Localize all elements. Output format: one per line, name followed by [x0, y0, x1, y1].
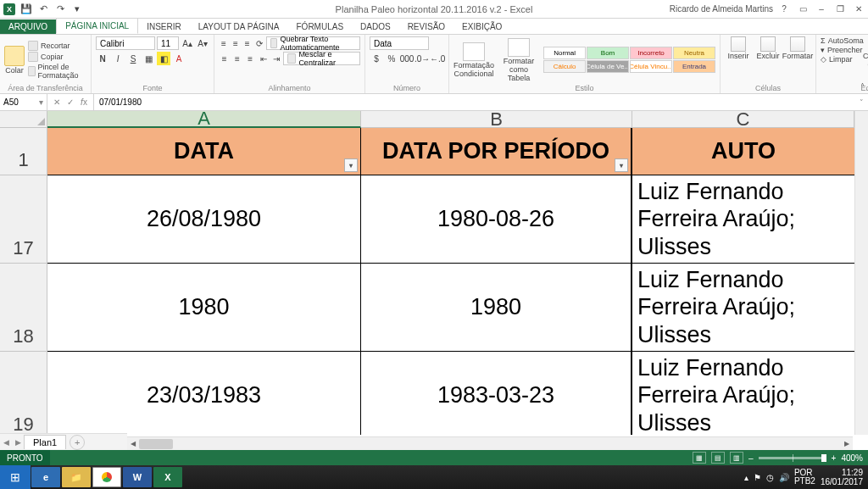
hscroll-thumb[interactable] — [139, 439, 173, 449]
tab-file[interactable]: ARQUIVO — [0, 19, 56, 34]
align-right-icon[interactable]: ≡ — [245, 52, 256, 65]
select-all-button[interactable] — [0, 111, 47, 128]
hscroll-right-icon[interactable]: ▶ — [841, 438, 853, 450]
tray-show-hidden-icon[interactable]: ▴ — [744, 473, 748, 482]
tray-language[interactable]: POR PTB2 — [794, 469, 815, 486]
taskbar-chrome-icon[interactable] — [92, 467, 121, 487]
cell-b1[interactable]: DATA POR PERÍODO▾ — [361, 128, 632, 175]
zoom-level[interactable]: 400% — [841, 453, 863, 463]
formula-input[interactable]: 07/01/1980 — [94, 94, 854, 110]
taskbar-word-icon[interactable]: W — [123, 467, 152, 487]
conditional-formatting-button[interactable]: Formatação Condicional — [453, 42, 494, 78]
row-header-1[interactable]: 1 — [0, 128, 47, 175]
paste-button[interactable]: Colar — [4, 36, 25, 83]
cell-c17[interactable]: Luiz Fernando Ferreira Araújo; Ulisses — [632, 175, 854, 264]
normal-view-icon[interactable]: ▦ — [693, 452, 706, 464]
qat-undo-icon[interactable]: ↶ — [36, 2, 51, 17]
taskbar-excel-icon[interactable]: X — [153, 467, 182, 487]
autosum-button[interactable]: ΣAutoSoma — [821, 36, 864, 45]
align-bottom-icon[interactable]: ≡ — [242, 36, 253, 50]
clear-button[interactable]: ◇Limpar — [821, 55, 864, 64]
number-format-combo[interactable]: Data — [370, 36, 429, 50]
delete-cells-button[interactable]: Excluir — [754, 36, 782, 83]
tray-flag-icon[interactable]: ⚑ — [754, 473, 761, 482]
font-color-button[interactable]: A — [172, 52, 186, 65]
increase-indent-icon[interactable]: ⇥ — [270, 52, 281, 65]
cell-a19[interactable]: 23/03/1983 — [47, 352, 361, 435]
sheet-nav-prev-icon[interactable]: ◀ — [0, 438, 12, 447]
expand-formula-bar-icon[interactable]: ˅ — [854, 94, 868, 110]
cell-styles-gallery[interactable]: NormalBomIncorretoNeutraCálculoCélula de… — [543, 47, 715, 73]
vertical-scrollbar[interactable] — [854, 111, 868, 435]
copy-button[interactable]: Copiar — [28, 52, 86, 62]
hscroll-left-icon[interactable]: ◀ — [127, 438, 139, 450]
column-header-a[interactable]: A — [47, 111, 361, 128]
border-button[interactable]: ▦ — [142, 52, 155, 65]
enter-formula-icon[interactable]: ✓ — [64, 97, 76, 107]
worksheet-grid[interactable]: A B C 1 DATA▾ DATA POR PERÍODO▾ AUTO 172… — [0, 111, 868, 435]
format-painter-button[interactable]: Pincel de Formatação — [28, 63, 86, 80]
style-cell-c-lula-de-ve-[interactable]: Célula de Ve... — [587, 60, 629, 73]
underline-button[interactable]: S — [126, 52, 140, 65]
row-header-18[interactable]: 18 — [0, 264, 47, 352]
cell-b17[interactable]: 1980-08-26 — [361, 175, 632, 264]
font-size-combo[interactable]: 11 — [157, 36, 179, 50]
taskbar-explorer-icon[interactable]: 📁 — [62, 467, 91, 487]
decrease-font-icon[interactable]: A▾ — [196, 36, 209, 50]
tab-formulas[interactable]: FÓRMULAS — [288, 19, 353, 34]
cell-c19[interactable]: Luiz Fernando Ferreira Araújo; Ulisses — [632, 352, 854, 435]
fill-color-button[interactable]: ◧ — [157, 52, 170, 65]
row-header-17[interactable]: 17 — [0, 175, 47, 264]
merge-center-button[interactable]: Mesclar e Centralizar — [283, 52, 360, 65]
percent-format-icon[interactable]: % — [385, 52, 398, 65]
cut-button[interactable]: Recortar — [28, 41, 86, 51]
close-icon[interactable]: ✕ — [851, 3, 866, 15]
decrease-decimal-icon[interactable]: ←.0 — [431, 52, 444, 65]
minimize-icon[interactable]: – — [814, 3, 829, 15]
page-layout-view-icon[interactable]: ▤ — [711, 452, 725, 464]
italic-button[interactable]: I — [111, 52, 125, 65]
style-cell-bom[interactable]: Bom — [587, 47, 629, 59]
restore-icon[interactable]: ❐ — [832, 3, 848, 15]
align-top-icon[interactable]: ≡ — [219, 36, 229, 50]
tab-home[interactable]: PÁGINA INICIAL — [56, 18, 138, 34]
name-box[interactable]: A50▾ — [0, 94, 47, 110]
zoom-out-icon[interactable]: – — [748, 453, 754, 463]
insert-function-icon[interactable]: fx — [78, 97, 90, 107]
taskbar-ie-icon[interactable]: e — [31, 467, 60, 487]
tray-clock[interactable]: 11:29 16/01/2017 — [821, 468, 863, 486]
style-cell-normal[interactable]: Normal — [543, 47, 586, 59]
cell-b18[interactable]: 1980 — [361, 264, 632, 352]
style-cell-incorreto[interactable]: Incorreto — [630, 47, 672, 59]
tab-review[interactable]: REVISÃO — [399, 19, 453, 34]
column-header-c[interactable]: C — [632, 111, 854, 128]
zoom-in-icon[interactable]: + — [832, 453, 837, 463]
align-center-icon[interactable]: ≡ — [231, 52, 242, 65]
qat-customize-icon[interactable]: ▾ — [70, 2, 85, 17]
style-cell-neutra[interactable]: Neutra — [673, 47, 715, 59]
start-button[interactable]: ⊞ — [0, 465, 31, 489]
increase-font-icon[interactable]: A▴ — [181, 36, 194, 50]
cell-c1[interactable]: AUTO — [632, 128, 854, 175]
decrease-indent-icon[interactable]: ⇤ — [258, 52, 269, 65]
new-sheet-button[interactable]: + — [70, 435, 85, 450]
font-name-combo[interactable]: Calibri — [96, 36, 155, 50]
style-cell-c-lula-vincu-[interactable]: Célula Vincu... — [630, 60, 672, 73]
insert-cells-button[interactable]: Inserir — [725, 36, 752, 83]
row-header-19[interactable]: 19 — [0, 352, 47, 435]
tray-volume-icon[interactable]: 🔊 — [779, 473, 789, 482]
cell-b19[interactable]: 1983-03-23 — [361, 352, 632, 435]
user-name[interactable]: Ricardo de Almeida Martins — [670, 4, 773, 14]
ribbon-display-icon[interactable]: ▭ — [795, 3, 810, 15]
format-cells-button[interactable]: Formatar — [784, 36, 811, 83]
align-left-icon[interactable]: ≡ — [219, 52, 230, 65]
bold-button[interactable]: N — [96, 52, 109, 65]
format-as-table-button[interactable]: Formatar como Tabela — [498, 38, 539, 82]
tray-network-icon[interactable]: ◷ — [766, 473, 774, 482]
column-header-b[interactable]: B — [361, 111, 632, 128]
tab-view[interactable]: EXIBIÇÃO — [453, 19, 510, 34]
collapse-ribbon-icon[interactable]: ˄ — [860, 82, 865, 92]
help-icon[interactable]: ? — [776, 3, 792, 15]
wrap-text-button[interactable]: Quebrar Texto Automaticamente — [266, 36, 361, 50]
style-cell-c-lculo[interactable]: Cálculo — [543, 60, 586, 73]
